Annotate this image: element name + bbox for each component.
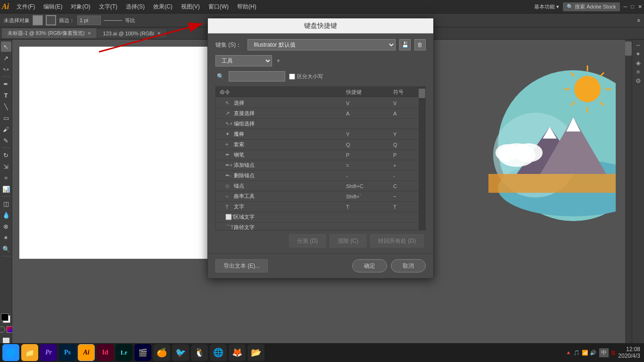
- row-shortcut: Shift+`: [346, 194, 393, 199]
- category-select[interactable]: 工具: [215, 55, 272, 66]
- workspace-switcher[interactable]: 基本功能 ▾: [534, 3, 559, 10]
- tab-123ai[interactable]: 123.ai @ 100% (RGB/ ✕: [97, 29, 167, 38]
- tab-close-0[interactable]: ✕: [87, 31, 91, 36]
- gradient-tool[interactable]: ◫: [1, 198, 11, 209]
- assign-btn[interactable]: 分派 (D): [289, 234, 326, 247]
- export-text-btn[interactable]: 导出文本 (E)...: [215, 259, 268, 272]
- cancel-btn[interactable]: 取消: [391, 259, 426, 272]
- select-tool[interactable]: ↖: [1, 41, 11, 52]
- table-row[interactable]: ⌒T 路径文字: [216, 222, 425, 230]
- taskbar-firefox[interactable]: 🦊: [229, 344, 246, 361]
- eyedropper-tool[interactable]: 💧: [1, 210, 11, 220]
- right-panel-icon-3[interactable]: ◈: [636, 59, 641, 66]
- taskbar-folder[interactable]: 📂: [248, 344, 264, 361]
- table-row[interactable]: ◇ 锚点 Shift+C C: [216, 181, 425, 191]
- vertical-scrollbar[interactable]: [625, 40, 632, 348]
- save-keyset-btn[interactable]: 💾: [399, 39, 411, 50]
- scale-tool[interactable]: ⇲: [1, 161, 11, 172]
- warp-tool[interactable]: ≈: [1, 173, 11, 183]
- arrange-icon[interactable]: ≡: [637, 17, 640, 23]
- taskbar-bird-app[interactable]: 🐦: [172, 344, 189, 361]
- row-symbol: T: [393, 204, 421, 210]
- menu-effect[interactable]: 效果(C): [149, 2, 176, 12]
- pen-tool[interactable]: ✒: [1, 79, 11, 89]
- menu-object[interactable]: 对象(O): [67, 2, 94, 12]
- table-row[interactable]: ⬜T 区域文字: [216, 212, 425, 222]
- keyboard-shortcuts-dialog[interactable]: 键盘快捷键 键集 (S)： Illustrator 默认值 💾 🗑 工具 ▼: [207, 18, 434, 279]
- table-scrollbar[interactable]: [419, 87, 425, 230]
- tab-close-1[interactable]: ✕: [157, 31, 161, 36]
- table-scroll-thumb[interactable]: [419, 89, 425, 98]
- menu-edit[interactable]: 编辑(E): [40, 2, 66, 12]
- menu-select[interactable]: 选择(S): [122, 2, 149, 12]
- taskbar-premiere[interactable]: Pr: [40, 344, 57, 361]
- right-panel-icon-5[interactable]: ⚙: [636, 77, 641, 84]
- stroke-swatch[interactable]: [46, 15, 56, 25]
- table-row[interactable]: ⌖ 套索 Q Q: [216, 140, 425, 150]
- symbol-tool[interactable]: ✴: [1, 232, 11, 243]
- delete-keyset-btn[interactable]: 🗑: [414, 39, 426, 50]
- taskbar-penguin-app[interactable]: 🐧: [191, 344, 208, 361]
- type-tool[interactable]: T: [1, 90, 11, 100]
- search-adobe-stock[interactable]: 🔍 搜索 Adobe Stock: [563, 2, 620, 11]
- minimize-btn[interactable]: ─: [624, 4, 627, 9]
- menu-file[interactable]: 文件(F): [13, 2, 39, 12]
- taskbar-fruit-app[interactable]: 🍊: [153, 344, 170, 361]
- paint-tool[interactable]: 🖌: [1, 124, 11, 134]
- group-select-tool[interactable]: ↖+: [1, 64, 11, 74]
- maximize-btn[interactable]: □: [631, 4, 634, 9]
- table-row[interactable]: ✦ 魔棒 Y Y: [216, 129, 425, 140]
- rotate-tool[interactable]: ↻: [1, 150, 11, 160]
- menu-window[interactable]: 窗口(W): [205, 2, 232, 12]
- blend-tool[interactable]: ⊗: [1, 221, 11, 231]
- graph-tool[interactable]: 📊: [1, 184, 11, 194]
- close-btn[interactable]: ✕: [638, 4, 642, 10]
- antivirus-icon[interactable]: S: [611, 349, 616, 356]
- table-row[interactable]: ↖+ 编组选择: [216, 119, 425, 129]
- taskbar-illustrator[interactable]: Ai: [78, 344, 95, 361]
- taskbar-lightroom[interactable]: Lr: [116, 344, 132, 361]
- search-input[interactable]: [229, 71, 285, 82]
- restore-all-btn[interactable]: 转回所有处 (D): [370, 234, 424, 247]
- menu-help[interactable]: 帮助(H): [233, 2, 260, 12]
- direct-select-tool[interactable]: ↗: [1, 53, 11, 63]
- rect-tool[interactable]: ▭: [1, 113, 11, 123]
- table-row[interactable]: ~ 曲率工具 Shift+` ~: [216, 191, 425, 202]
- right-panel-icon-4[interactable]: ≡: [636, 68, 640, 75]
- keyset-select[interactable]: Illustrator 默认值: [248, 39, 396, 50]
- stroke-width-input[interactable]: [77, 16, 101, 25]
- table-row[interactable]: ↗ 直接选择 A A: [216, 108, 425, 119]
- scroll-thumb-v[interactable]: [625, 41, 632, 56]
- case-sensitive-checkbox[interactable]: [289, 74, 295, 80]
- table-row[interactable]: T 文字 T T: [216, 202, 425, 212]
- row-shortcut: A: [346, 111, 393, 116]
- table-row[interactable]: ✒+ 添加锚点 = +: [216, 160, 425, 171]
- taskbar-photoshop[interactable]: Ps: [59, 344, 76, 361]
- row-name: 锚点: [234, 182, 346, 189]
- menu-view[interactable]: 视图(V): [177, 2, 204, 12]
- taskbar-network[interactable]: 🌐: [2, 344, 19, 361]
- no-color-btn[interactable]: [0, 326, 5, 333]
- clear-btn[interactable]: 清除 (C): [330, 234, 366, 247]
- taskbar-media-encoder[interactable]: 🎬: [134, 344, 151, 361]
- line-tool[interactable]: ╲: [1, 101, 11, 112]
- tab-untitled[interactable]: 未标题-1 @ 83% (RGB/像素预览) ✕: [2, 28, 97, 38]
- taskbar-chrome[interactable]: 🌐: [210, 344, 227, 361]
- ime-indicator[interactable]: 中: [599, 348, 609, 357]
- zoom-tool[interactable]: 🔍: [1, 244, 11, 254]
- table-body[interactable]: ↖ 选择 V V ↗ 直接选择 A A ↖+ 编组选: [216, 98, 425, 230]
- category-arrow: ▼: [276, 58, 281, 64]
- table-row[interactable]: ✒ 钢笔 P P: [216, 150, 425, 160]
- fill-swatch[interactable]: [33, 15, 43, 25]
- menu-text[interactable]: 文字(T): [95, 2, 121, 12]
- case-sensitive-label[interactable]: 区分大小写: [289, 73, 323, 80]
- table-row[interactable]: ↖ 选择 V V: [216, 98, 425, 108]
- table-row[interactable]: ✒- 删除锚点 - -: [216, 171, 425, 181]
- ok-btn[interactable]: 确定: [352, 259, 387, 272]
- pencil-tool[interactable]: ✎: [1, 135, 11, 146]
- taskbar-indesign[interactable]: Id: [97, 344, 114, 361]
- right-panel-icon-2[interactable]: ✦: [636, 50, 641, 58]
- right-panel-icon-1[interactable]: ↔: [635, 41, 641, 49]
- color-swatches[interactable]: [1, 313, 11, 324]
- taskbar-files[interactable]: 📁: [21, 344, 38, 361]
